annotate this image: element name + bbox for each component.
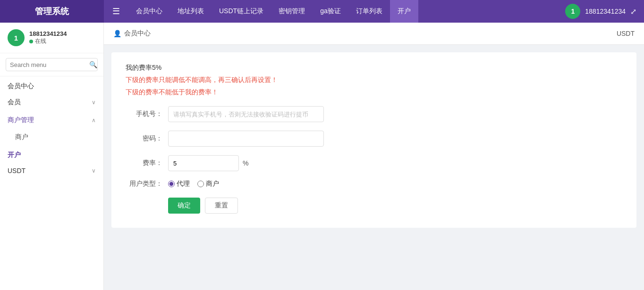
navbar-item-key-management[interactable]: 密钥管理 <box>271 0 313 23</box>
expand-icon[interactable]: ⤢ <box>630 7 636 16</box>
rate-info: 我的费率5% <box>126 64 622 72</box>
navbar-item-open-account[interactable]: 开户 <box>390 0 418 23</box>
sidebar: 1 18812341234 在线 🔍 会员中心 <box>0 23 104 290</box>
breadcrumb-text: 会员中心 <box>124 29 151 38</box>
navbar-item-ga-verify[interactable]: ga验证 <box>313 0 348 23</box>
search-icon: 🔍 <box>89 61 97 68</box>
reset-button[interactable]: 重置 <box>205 198 238 214</box>
user-type-row: 用户类型： 代理 商户 <box>126 180 622 188</box>
layout: 1 18812341234 在线 🔍 会员中心 <box>0 23 644 290</box>
user-icon: 👤 <box>113 30 121 37</box>
password-label: 密码： <box>126 134 168 143</box>
content-card: 我的费率5% 下级的费率只能调低不能调高，再三确认后再设置！ 下级的费率不能低于… <box>111 52 636 228</box>
navbar-right: 1 18812341234 ⤢ <box>565 4 644 19</box>
btn-row: 确定 重置 <box>126 198 622 214</box>
sidebar-search-area: 🔍 <box>0 53 103 76</box>
content-area: 我的费率5% 下级的费率只能调低不能调高，再三确认后再设置！ 下级的费率不能低于… <box>104 45 644 290</box>
sidebar-user-status: 在线 <box>29 37 67 45</box>
confirm-button[interactable]: 确定 <box>168 198 200 214</box>
navbar-menu: 会员中心 地址列表 USDT链上记录 密钥管理 ga验证 订单列表 开户 <box>128 0 565 23</box>
breadcrumb: 👤 会员中心 USDT <box>104 23 644 45</box>
navbar-item-address-list[interactable]: 地址列表 <box>170 0 212 23</box>
radio-merchant-label[interactable]: 商户 <box>197 180 219 188</box>
radio-merchant[interactable] <box>197 181 204 187</box>
navbar: 管理系统 ☰ 会员中心 地址列表 USDT链上记录 密钥管理 ga验证 订单列表… <box>0 0 644 23</box>
sidebar-item-open-account[interactable]: 开户 <box>0 145 103 162</box>
warning1: 下级的费率只能调低不能调高，再三确认后再设置！ <box>126 76 622 84</box>
phone-input[interactable] <box>168 106 324 122</box>
hamburger-button[interactable]: ☰ <box>104 6 128 17</box>
brand-logo: 管理系统 <box>0 0 104 23</box>
navbar-user-name: 18812341234 <box>585 8 626 15</box>
phone-label: 手机号： <box>126 110 168 118</box>
warning2: 下级的费率不能低于我的费率！ <box>126 88 622 97</box>
user-type-label: 用户类型： <box>126 180 168 188</box>
radio-agent-label[interactable]: 代理 <box>168 180 190 188</box>
sidebar-group-merchant[interactable]: 商户管理 ∧ <box>0 111 103 129</box>
chevron-up-icon: ∧ <box>92 117 96 124</box>
search-input-wrap: 🔍 <box>6 58 98 71</box>
password-input[interactable] <box>168 131 324 147</box>
radio-agent[interactable] <box>168 181 175 187</box>
chevron-down-icon: ∨ <box>92 99 96 106</box>
phone-row: 手机号： <box>126 106 622 122</box>
navbar-user-avatar: 1 <box>565 4 580 19</box>
sidebar-nav: 会员中心 会员 ∨ 商户管理 ∧ 商户 开户 USDT ∨ <box>0 76 103 290</box>
sidebar-item-merchant[interactable]: 商户 <box>0 129 103 145</box>
chevron-down-icon: ∨ <box>92 167 96 174</box>
form-section: 手机号： 密码： 费率： % <box>126 106 622 214</box>
sidebar-group-usdt[interactable]: USDT ∨ <box>0 162 103 179</box>
sidebar-user-name: 18812341234 <box>29 30 67 37</box>
navbar-item-member-center[interactable]: 会员中心 <box>128 0 170 23</box>
search-input[interactable] <box>10 61 89 68</box>
password-row: 密码： <box>126 131 622 147</box>
sidebar-item-member-center[interactable]: 会员中心 <box>0 76 103 93</box>
fee-label: 费率： <box>126 159 168 167</box>
main-content: 👤 会员中心 USDT 我的费率5% 下级的费率只能调低不能调高，再三确认后再设… <box>104 23 644 290</box>
status-dot <box>29 40 33 43</box>
sidebar-user-info: 1 18812341234 在线 <box>0 23 103 53</box>
sidebar-group-member[interactable]: 会员 ∨ <box>0 93 103 111</box>
fee-input[interactable] <box>168 155 239 171</box>
navbar-item-usdt-records[interactable]: USDT链上记录 <box>212 0 271 23</box>
fee-row: 费率： % <box>126 155 622 171</box>
sidebar-avatar: 1 <box>8 29 25 46</box>
navbar-item-order-list[interactable]: 订单列表 <box>348 0 390 23</box>
breadcrumb-right: USDT <box>617 30 635 37</box>
fee-unit: % <box>243 159 248 167</box>
